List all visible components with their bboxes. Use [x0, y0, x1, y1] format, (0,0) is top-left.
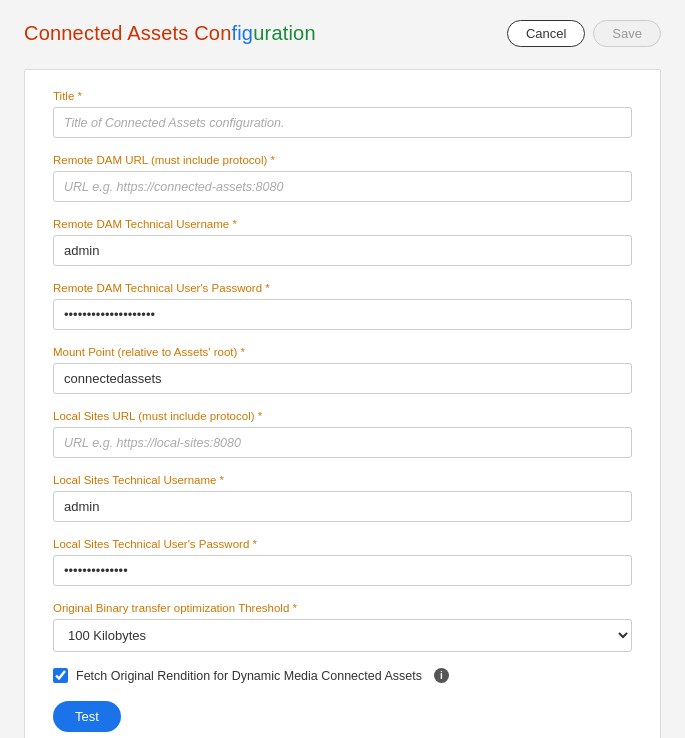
fetch-checkbox-label: Fetch Original Rendition for Dynamic Med…	[76, 669, 422, 683]
mount-point-group: Mount Point (relative to Assets' root) *	[53, 346, 632, 394]
remote-dam-password-label: Remote DAM Technical User's Password *	[53, 282, 632, 294]
threshold-group: Original Binary transfer optimization Th…	[53, 602, 632, 652]
local-sites-username-input[interactable]	[53, 491, 632, 522]
fetch-checkbox-row: Fetch Original Rendition for Dynamic Med…	[53, 668, 632, 683]
remote-dam-username-input[interactable]	[53, 235, 632, 266]
title-group: Title *	[53, 90, 632, 138]
remote-dam-username-label: Remote DAM Technical Username *	[53, 218, 632, 230]
local-sites-password-input[interactable]	[53, 555, 632, 586]
mount-point-label: Mount Point (relative to Assets' root) *	[53, 346, 632, 358]
threshold-select[interactable]: 10 Kilobytes 100 Kilobytes 1 Megabyte 10…	[53, 619, 632, 652]
header-buttons: Cancel Save	[507, 20, 661, 47]
local-sites-url-group: Local Sites URL (must include protocol) …	[53, 410, 632, 458]
local-sites-password-label: Local Sites Technical User's Password *	[53, 538, 632, 550]
save-button[interactable]: Save	[593, 20, 661, 47]
fetch-checkbox[interactable]	[53, 668, 68, 683]
page-title: Connected Assets Configuration	[24, 22, 316, 45]
local-sites-username-group: Local Sites Technical Username *	[53, 474, 632, 522]
test-button[interactable]: Test	[53, 701, 121, 732]
form-container: Title * Remote DAM URL (must include pro…	[24, 69, 661, 738]
title-label: Title *	[53, 90, 632, 102]
local-sites-url-input[interactable]	[53, 427, 632, 458]
threshold-label: Original Binary transfer optimization Th…	[53, 602, 632, 614]
remote-dam-url-label: Remote DAM URL (must include protocol) *	[53, 154, 632, 166]
remote-dam-password-group: Remote DAM Technical User's Password *	[53, 282, 632, 330]
remote-dam-username-group: Remote DAM Technical Username *	[53, 218, 632, 266]
info-icon[interactable]: i	[434, 668, 449, 683]
header: Connected Assets Configuration Cancel Sa…	[24, 20, 661, 47]
page-container: Connected Assets Configuration Cancel Sa…	[0, 0, 685, 738]
local-sites-username-label: Local Sites Technical Username *	[53, 474, 632, 486]
remote-dam-url-group: Remote DAM URL (must include protocol) *	[53, 154, 632, 202]
remote-dam-url-input[interactable]	[53, 171, 632, 202]
mount-point-input[interactable]	[53, 363, 632, 394]
local-sites-url-label: Local Sites URL (must include protocol) …	[53, 410, 632, 422]
remote-dam-password-input[interactable]	[53, 299, 632, 330]
title-input[interactable]	[53, 107, 632, 138]
local-sites-password-group: Local Sites Technical User's Password *	[53, 538, 632, 586]
cancel-button[interactable]: Cancel	[507, 20, 585, 47]
